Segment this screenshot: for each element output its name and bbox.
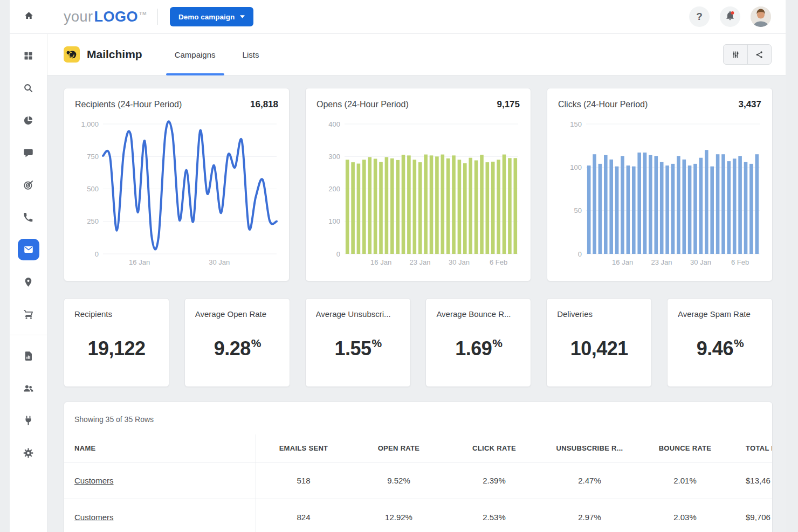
sidebar-item-apps[interactable] [10, 39, 47, 72]
opens-bar-chart: 010020030040016 Jan23 Jan30 Jan6 Feb [317, 114, 521, 266]
svg-text:30 Jan: 30 Jan [690, 258, 711, 266]
share-button[interactable] [747, 45, 771, 64]
table-cell-name: Customers [64, 499, 256, 532]
sidebar-nav [10, 34, 47, 469]
plug-icon [18, 410, 39, 431]
svg-text:50: 50 [574, 206, 582, 215]
app-window: your LOGO TM Demo campaign ? [10, 0, 786, 532]
sidebar-item-chat[interactable] [10, 136, 47, 169]
svg-text:6 Feb: 6 Feb [490, 258, 507, 266]
sidebar-item-search[interactable] [10, 72, 47, 104]
stat-card-open-rate: Average Open Rate 9.28% [184, 298, 290, 387]
column-header-open-rate: OPEN RATE [351, 434, 446, 462]
svg-text:400: 400 [328, 120, 340, 128]
tab-campaigns[interactable]: Campaigns [167, 34, 223, 75]
header-divider [157, 9, 158, 25]
sidebar-item-target[interactable] [10, 169, 47, 201]
table-cell: 2.97% [542, 499, 637, 532]
table-cell: 2.03% [637, 499, 733, 532]
table-row-count: Showing 35 of 35 Rows [64, 402, 772, 424]
logo-tm: TM [139, 11, 147, 16]
sidebar-item-plug[interactable] [10, 404, 47, 437]
logo-prefix: your [64, 9, 93, 25]
table-cell: 2.01% [637, 462, 733, 499]
top-bar: your LOGO TM Demo campaign ? [10, 0, 786, 34]
table-cell-name: Customers [64, 462, 256, 499]
stat-value: 10,421 [547, 337, 651, 360]
svg-text:16 Jan: 16 Jan [129, 258, 150, 266]
table-cell: 2.39% [446, 462, 542, 499]
svg-text:16 Jan: 16 Jan [612, 258, 633, 266]
column-header-total-revenue: TOTAL RE [733, 434, 773, 462]
campaigns-table-card: Showing 35 of 35 Rows NAME EMAILS SENT O… [64, 402, 773, 532]
recipients-line-chart: 02505007501,00016 Jan30 Jan [75, 114, 279, 266]
clicks-chart-card: Clicks (24-Hour Period) 3,437 0501001501… [547, 88, 773, 281]
stats-row: Recipients 19,122 Average Open Rate 9.28… [64, 298, 773, 387]
chart-total: 9,175 [497, 99, 520, 110]
column-header-name: NAME [64, 434, 256, 462]
opens-chart-card: Opens (24-Hour Period) 9,175 01002003004… [305, 88, 531, 281]
svg-text:23 Jan: 23 Jan [651, 258, 672, 266]
stat-value: 19,122 [64, 337, 169, 360]
sidebar-item-pie-chart[interactable] [10, 104, 47, 136]
sidebar-item-settings[interactable] [10, 437, 47, 469]
filters-button[interactable] [724, 45, 747, 64]
sidebar-item-cart[interactable] [10, 298, 47, 330]
top-actions: ? [689, 6, 771, 27]
column-header-unsubscribe-rate: UNSUBSCRIBE R... [542, 434, 637, 462]
recipients-chart-card: Recipients (24-Hour Period) 16,818 02505… [64, 88, 290, 281]
sidebar-divider [10, 335, 47, 335]
sidebar-item-report[interactable] [10, 340, 47, 372]
stat-card-unsubscribe-rate: Average Unsubscri... 1.55% [305, 298, 411, 387]
stat-card-recipients: Recipients 19,122 [64, 298, 169, 387]
mailchimp-icon [64, 46, 80, 63]
avatar-image [751, 6, 771, 27]
stat-label: Average Bounce R... [436, 309, 523, 319]
tab-lists[interactable]: Lists [235, 34, 267, 75]
stat-card-deliveries: Deliveries 10,421 [546, 298, 652, 387]
sidebar-item-phone[interactable] [10, 201, 47, 233]
svg-text:500: 500 [87, 185, 99, 193]
sidebar-item-home[interactable] [10, 0, 47, 34]
stat-label: Average Spam Rate [678, 309, 765, 319]
table-cell: $13,46 [733, 462, 773, 499]
subheader: Mailchimp Campaigns Lists [47, 34, 786, 75]
svg-text:0: 0 [95, 250, 99, 258]
svg-text:150: 150 [570, 120, 582, 128]
table-cell: 518 [256, 462, 351, 499]
table-cell: 824 [256, 499, 351, 532]
logo: your LOGO TM [64, 9, 147, 25]
stat-card-bounce-rate: Average Bounce R... 1.69% [425, 298, 531, 387]
target-icon [18, 174, 39, 196]
campaign-link[interactable]: Customers [74, 476, 114, 485]
share-icon [755, 50, 764, 59]
svg-text:200: 200 [328, 185, 340, 193]
settings-icon [18, 442, 39, 464]
stat-value: 1.55% [306, 337, 410, 360]
svg-text:16 Jan: 16 Jan [370, 258, 391, 266]
stat-card-spam-rate: Average Spam Rate 9.46% [667, 298, 773, 387]
sidebar-item-users[interactable] [10, 372, 47, 404]
table-cell: $9,706 [733, 499, 773, 532]
notifications-button[interactable] [720, 6, 740, 27]
report-icon [18, 345, 39, 367]
sidebar-item-mail[interactable] [10, 233, 47, 266]
sidebar [10, 34, 47, 532]
chevron-down-icon [240, 15, 245, 18]
sidebar-item-location[interactable] [10, 266, 47, 298]
chart-total: 16,818 [250, 99, 278, 110]
chat-icon [18, 142, 39, 163]
chart-title: Clicks (24-Hour Period) [558, 100, 648, 109]
main-content: Recipients (24-Hour Period) 16,818 02505… [47, 75, 786, 532]
mail-icon [18, 239, 39, 260]
apps-icon [18, 45, 39, 66]
help-button[interactable]: ? [689, 6, 710, 27]
chart-total: 3,437 [738, 99, 761, 110]
home-icon [23, 10, 35, 23]
campaign-link[interactable]: Customers [74, 513, 114, 522]
phone-icon [18, 206, 39, 228]
column-header-emails-sent: EMAILS SENT [256, 434, 351, 462]
campaign-selector[interactable]: Demo campaign [170, 7, 253, 26]
avatar[interactable] [751, 6, 771, 27]
pie-chart-icon [18, 109, 39, 131]
